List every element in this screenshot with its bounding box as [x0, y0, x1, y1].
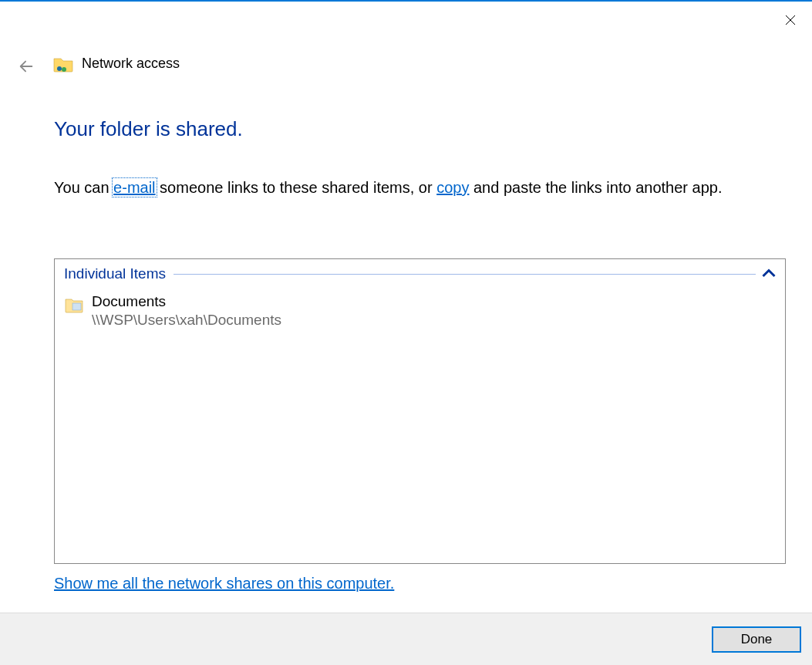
dialog-content: Your folder is shared. You can e-mail so…	[54, 117, 786, 592]
done-button[interactable]: Done	[712, 626, 801, 653]
shared-folder-icon	[52, 52, 74, 74]
close-button[interactable]	[781, 12, 800, 31]
desc-prefix: You can	[54, 179, 113, 196]
dialog-title: Network access	[82, 56, 180, 72]
description-text: You can e-mail someone links to these sh…	[54, 177, 786, 198]
dialog-header: Network access	[52, 52, 180, 74]
item-path: \\WSP\Users\xah\Documents	[92, 311, 281, 330]
group-divider	[174, 274, 756, 275]
svg-rect-4	[72, 303, 81, 310]
svg-point-3	[62, 67, 66, 72]
arrow-left-icon	[18, 58, 35, 78]
item-name: Documents	[92, 293, 281, 311]
svg-point-2	[57, 66, 62, 71]
copy-link[interactable]: copy	[436, 179, 469, 196]
email-link[interactable]: e-mail	[113, 179, 155, 196]
show-all-shares-row: Show me all the network shares on this c…	[54, 575, 786, 592]
dialog-footer: Done	[0, 613, 812, 665]
shared-items-box: Individual Items Documents \\WSP\Users\x…	[54, 258, 786, 564]
desc-mid: someone links to these shared items, or	[156, 179, 437, 196]
item-text: Documents \\WSP\Users\xah\Documents	[92, 293, 281, 329]
group-label: Individual Items	[64, 265, 166, 282]
network-access-dialog: Network access Your folder is shared. Yo…	[0, 0, 812, 665]
desc-suffix: and paste the links into another app.	[469, 179, 722, 196]
group-header[interactable]: Individual Items	[55, 259, 785, 285]
folder-share-icon	[64, 295, 84, 315]
list-item[interactable]: Documents \\WSP\Users\xah\Documents	[55, 285, 785, 329]
show-all-shares-link[interactable]: Show me all the network shares on this c…	[54, 575, 394, 592]
main-heading: Your folder is shared.	[54, 117, 786, 141]
back-button	[15, 57, 37, 79]
chevron-up-icon[interactable]	[762, 267, 776, 281]
close-icon	[785, 15, 796, 29]
